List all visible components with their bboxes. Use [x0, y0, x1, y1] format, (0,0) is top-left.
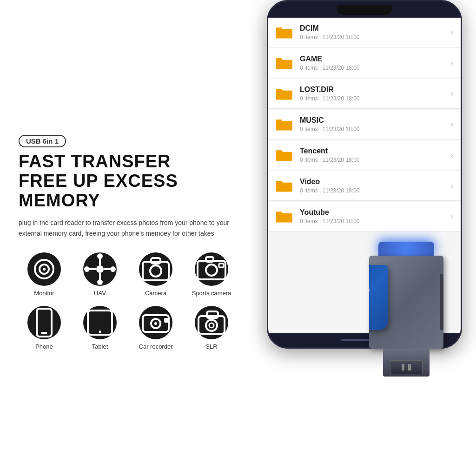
icon-item-tablet: Tablet [74, 306, 126, 350]
folder-icon [276, 26, 292, 39]
device-container: LOCK ◄ 32 GB [360, 242, 453, 377]
svg-point-16 [206, 264, 217, 276]
svg-point-2 [43, 268, 46, 271]
file-name: MUSIC [300, 116, 450, 125]
file-info: Youtube 0 items | 11/23/20 18:00 [300, 208, 450, 225]
usb-pin-1 [402, 364, 404, 370]
folder-icon [276, 210, 292, 223]
file-info: MUSIC 0 items | 11/23/20 18:00 [300, 116, 450, 132]
file-list-item[interactable]: GAME 0 items | 11/23/20 18:00 › [268, 48, 461, 78]
sports-camera-label: Sports camera [192, 290, 231, 297]
tablet-icon [83, 306, 117, 339]
file-list-item[interactable]: Video 0 items | 11/23/20 18:00 › [268, 171, 461, 201]
tablet-label: Tablet [92, 343, 108, 350]
folder-icon [276, 118, 292, 131]
sd-card: LOCK ◄ 32 GB [369, 265, 388, 330]
phone-label: Phone [35, 343, 53, 350]
usb-pin-2 [408, 364, 411, 370]
svg-rect-26 [164, 318, 169, 323]
usb-reader: LOCK ◄ 32 GB [367, 242, 446, 377]
phone-icon [27, 306, 61, 339]
file-name: DCIM [300, 24, 450, 33]
chevron-right-icon: › [450, 119, 453, 129]
slr-label: SLR [205, 343, 217, 350]
folder-icon [276, 179, 292, 192]
folder-icon [276, 57, 292, 70]
icon-item-monitor: Monitor [19, 252, 70, 297]
sd-lock-text: LOCK ◄ [369, 288, 370, 292]
svg-point-13 [150, 265, 161, 277]
file-list-item[interactable]: Youtube 0 items | 11/23/20 18:00 › [268, 202, 461, 231]
chevron-right-icon: › [450, 150, 453, 160]
file-meta: 0 items | 11/23/20 18:00 [300, 157, 450, 163]
folder-icon [276, 149, 292, 162]
slr-icon [195, 306, 228, 339]
file-name: Tencent [300, 147, 450, 155]
camera-label: Camera [145, 290, 166, 297]
file-name: Video [300, 178, 450, 186]
headline: FAST TRANSFER FREE UP EXCESS MEMORY [19, 152, 260, 210]
icon-item-sports-camera: Sports camera [186, 252, 237, 297]
svg-point-9 [97, 279, 103, 285]
file-info: DCIM 0 items | 11/23/20 18:00 [300, 24, 450, 40]
svg-point-11 [110, 266, 116, 272]
icon-item-uav: UAV [74, 252, 126, 297]
file-info: Video 0 items | 11/23/20 18:00 [300, 178, 450, 194]
svg-point-3 [96, 265, 104, 273]
file-meta: 0 items | 11/23/20 18:00 [300, 65, 450, 71]
reader-slot [440, 274, 443, 330]
monitor-label: Monitor [34, 290, 54, 297]
usb-connector [390, 360, 423, 374]
badge: USB 6in 1 [19, 135, 66, 147]
file-name: GAME [300, 55, 450, 63]
file-list-item[interactable]: MUSIC 0 items | 11/23/20 18:00 › [268, 110, 461, 139]
svg-point-30 [209, 323, 214, 328]
svg-rect-18 [219, 264, 224, 267]
chevron-right-icon: › [450, 58, 453, 68]
chevron-right-icon: › [450, 89, 453, 99]
phone-notch [337, 5, 392, 15]
svg-point-25 [154, 322, 157, 325]
connector-top [378, 242, 434, 256]
chevron-right-icon: › [450, 212, 453, 221]
file-info: Tencent 0 items | 11/23/20 18:00 [300, 147, 450, 163]
headline-line1: FAST TRANSFER [19, 152, 260, 172]
file-info: GAME 0 items | 11/23/20 18:00 [300, 55, 450, 71]
headline-line2: FREE UP EXCESS MEMORY [19, 172, 260, 211]
file-info: LOST.DIR 0 items | 11/23/20 18:00 [300, 86, 450, 102]
usb-plug [383, 349, 430, 377]
file-list-item[interactable]: DCIM 0 items | 11/23/20 18:00 › [268, 18, 461, 47]
reader-body: LOCK ◄ 32 GB [369, 256, 443, 349]
device-icons-grid: MonitorUAVCameraSports cameraPhoneTablet… [19, 252, 260, 350]
file-meta: 0 items | 11/23/20 18:00 [300, 34, 450, 40]
file-meta: 0 items | 11/23/20 18:00 [300, 218, 450, 225]
camera-icon [139, 252, 172, 286]
svg-point-10 [84, 266, 90, 272]
uav-label: UAV [94, 290, 106, 297]
sports-camera-icon [195, 252, 228, 286]
monitor-icon [27, 252, 61, 286]
icon-item-phone: Phone [19, 306, 70, 350]
file-meta: 0 items | 11/23/20 18:00 [300, 187, 450, 194]
chevron-right-icon: › [450, 27, 453, 37]
right-panel: DCIM 0 items | 11/23/20 18:00 › GAME 0 i… [253, 0, 476, 404]
file-name: Youtube [300, 208, 450, 217]
left-panel: USB 6in 1 FAST TRANSFER FREE UP EXCESS M… [19, 135, 260, 350]
car-recorder-label: Car recorder [139, 343, 173, 350]
description-text: plug in the card reader to transfer exce… [19, 218, 237, 238]
car-recorder-icon [139, 306, 172, 339]
file-name: LOST.DIR [300, 86, 450, 94]
folder-icon [276, 87, 292, 100]
icon-item-slr: SLR [186, 306, 237, 350]
svg-rect-17 [206, 257, 213, 262]
phone-top-bar [268, 1, 461, 18]
svg-point-8 [97, 253, 103, 259]
file-meta: 0 items | 11/23/20 18:00 [300, 95, 450, 102]
uav-icon [83, 252, 117, 286]
svg-point-29 [206, 320, 217, 331]
icon-item-car-recorder: Car recorder [130, 306, 181, 350]
file-list-item[interactable]: Tencent 0 items | 11/23/20 18:00 › [268, 140, 461, 170]
file-list-item[interactable]: LOST.DIR 0 items | 11/23/20 18:00 › [268, 79, 461, 109]
icon-item-camera: Camera [130, 252, 181, 297]
chevron-right-icon: › [450, 181, 453, 191]
